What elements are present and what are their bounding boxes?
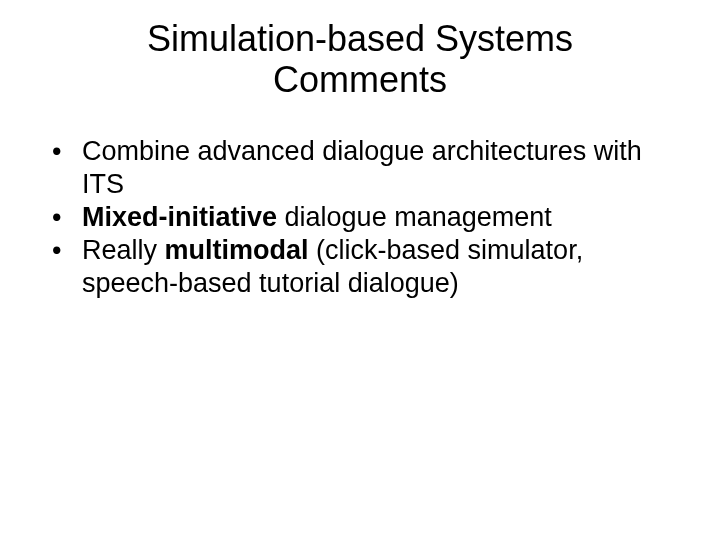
title-line-2: Comments [273,59,447,100]
bullet-text-pre: Combine advanced dialogue architectures … [82,136,642,199]
bullet-text-bold: multimodal [165,235,309,265]
list-item: Combine advanced dialogue architectures … [48,135,680,201]
list-item: Really multimodal (click-based simulator… [48,234,680,300]
title-line-1: Simulation-based Systems [147,18,573,59]
bullet-text-post: dialogue management [277,202,552,232]
bullet-text-bold: Mixed-initiative [82,202,277,232]
bullet-list: Combine advanced dialogue architectures … [40,135,680,300]
list-item: Mixed-initiative dialogue management [48,201,680,234]
bullet-text-pre: Really [82,235,165,265]
slide-title: Simulation-based Systems Comments [40,18,680,101]
